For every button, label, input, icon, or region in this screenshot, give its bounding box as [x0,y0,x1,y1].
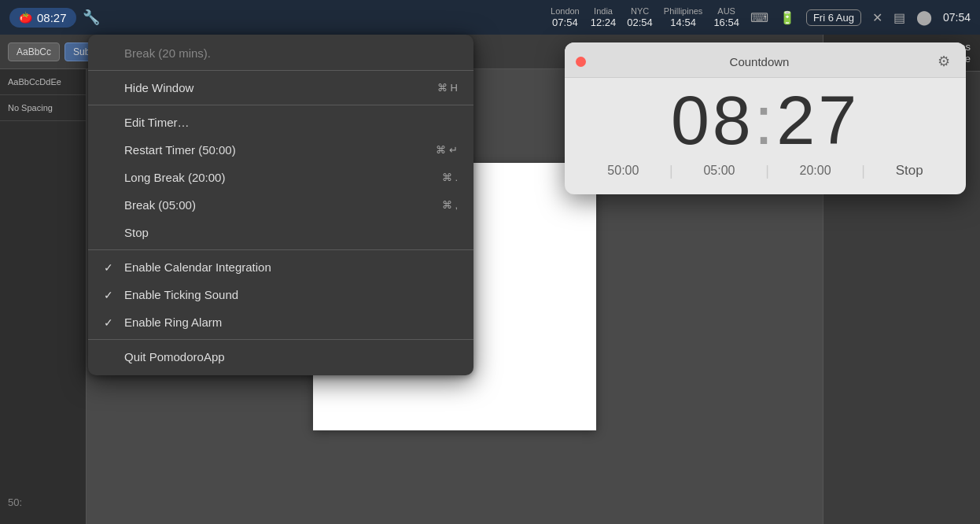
window-controls [576,57,586,67]
menu-label-ticking: Enable Ticking Sound [124,288,238,301]
menu-sep-2 [88,249,473,250]
menu-sep-0 [88,70,473,71]
menu-sep-3 [88,339,473,340]
timer-pill[interactable]: 🍅 08:27 [9,8,76,28]
menu-sep-1 [88,105,473,105]
menu-shortcut-hide: ⌘ H [437,82,458,94]
menu-shortcut-break: ⌘ , [442,199,458,211]
countdown-minutes: 27 [776,81,860,159]
menu-label-ring: Enable Ring Alarm [124,316,222,329]
city-london: London 07:54 [551,6,580,29]
menu-item-long-break[interactable]: Long Break (20:00) ⌘ . [88,164,473,191]
style-chip-aabbcc[interactable]: AaBbCc [8,42,60,61]
countdown-hours: 08 [671,81,754,159]
countdown-stop-button[interactable]: Stop [888,160,931,182]
menu-item-edit-timer[interactable]: Edit Timer… [88,109,473,136]
date-display: Fri 6 Aug [806,9,861,26]
close-button[interactable] [576,57,586,67]
preset-50[interactable]: 50:00 [599,161,647,181]
menu-item-break[interactable]: Break (05:00) ⌘ , [88,191,473,219]
menubar-time: 08:27 [37,11,67,24]
preset-05[interactable]: 05:00 [695,161,742,181]
menu-shortcut-long-break: ⌘ . [442,172,458,183]
preset-sep-3: | [861,163,865,179]
menu-header-label: Break (20 mins). [124,46,211,60]
system-clock: 07:54 [943,11,971,24]
siri-icon: ⬤ [916,9,932,26]
context-menu: Break (20 mins). Hide Window ⌘ H Edit Ti… [88,35,473,375]
menu-item-stop[interactable]: Stop [88,219,473,246]
menu-item-restart[interactable]: Restart Timer (50:00) ⌘ ↵ [88,136,473,164]
preset-sep-1: | [669,163,673,179]
check-calendar: ✓ [104,261,118,274]
keyboard-icon: ⌨ [750,10,768,25]
preset-sep-2: | [765,163,769,179]
preset-20[interactable]: 20:00 [792,161,839,181]
sidebar-item-normal: AaBbCcDdEe [0,69,86,95]
menu-bar: 🍅 08:27 🔧 London 07:54 India 12:24 NYC 0… [0,0,980,35]
menu-shortcut-restart: ⌘ ↵ [436,144,458,156]
wrench-icon: 🔧 [83,9,100,26]
countdown-titlebar: Countdown ⚙ [565,42,966,78]
city-phillipines: Phillipines 14:54 [664,6,703,29]
menu-label-stop: Stop [124,226,149,239]
menu-label-hide: Hide Window [124,81,193,94]
menu-item-ring[interactable]: ✓ Enable Ring Alarm [88,308,473,336]
check-ring: ✓ [104,316,118,329]
menu-label-edit: Edit Timer… [124,116,190,129]
menu-item-calendar[interactable]: ✓ Enable Calendar Integration [88,253,473,281]
countdown-colon: : [754,81,776,159]
city-nyc: NYC 02:54 [627,6,653,29]
sidebar-item-nospacing: No Spacing [0,95,86,121]
left-sidebar: AaBbCcDdEe No Spacing [0,69,87,524]
menu-label-calendar: Enable Calendar Integration [124,260,271,274]
countdown-time: 08:27 [671,86,860,155]
timer-bottom-indicator: 50: [8,496,22,508]
countdown-window: Countdown ⚙ 08:27 50:00 | 05:00 | 20:00 … [565,42,966,194]
menu-header-item: Break (20 mins). [88,39,473,67]
countdown-title: Countdown [586,55,933,68]
countdown-display: 08:27 50:00 | 05:00 | 20:00 | Stop [565,78,966,194]
menu-label-quit: Quit PomodoroApp [124,350,225,363]
check-ticking: ✓ [104,289,118,301]
menu-item-ticking[interactable]: ✓ Enable Ticking Sound [88,281,473,308]
menubar-left: 🍅 08:27 🔧 [9,8,100,28]
gear-button[interactable]: ⚙ [933,50,955,72]
menu-label-long-break: Long Break (20:00) [124,171,225,184]
menu-item-hide-window[interactable]: Hide Window ⌘ H [88,74,473,101]
city-aus: AUS 16:54 [713,6,739,29]
menubar-right: London 07:54 India 12:24 NYC 02:54 Phill… [551,6,971,29]
countdown-presets: 50:00 | 05:00 | 20:00 | Stop [580,160,950,182]
city-india: India 12:24 [591,6,617,29]
battery-icon: 🔋 [779,10,795,25]
menu-label-restart: Restart Timer (50:00) [124,143,236,157]
menu-label-break: Break (05:00) [124,198,196,212]
control-center-icon: ▤ [893,10,905,25]
wifi-off-icon: ✕ [872,10,882,25]
tomato-icon: 🍅 [19,11,32,24]
menu-item-quit[interactable]: Quit PomodoroApp [88,343,473,371]
